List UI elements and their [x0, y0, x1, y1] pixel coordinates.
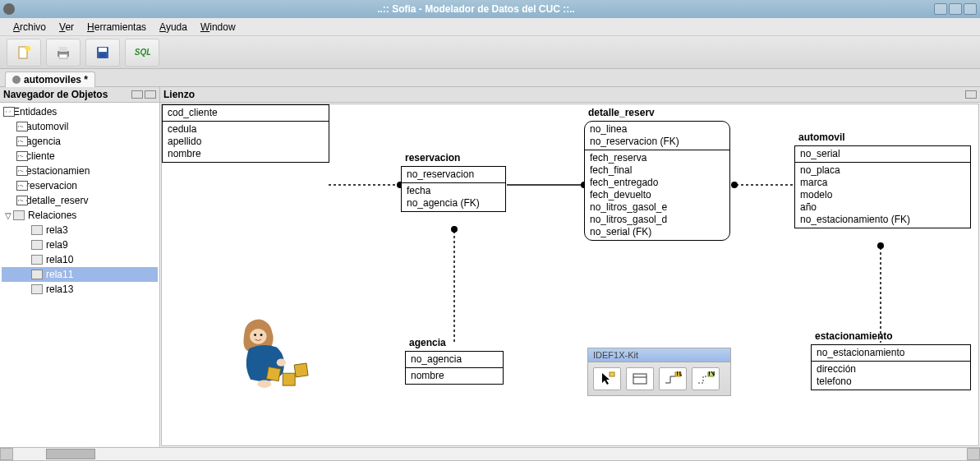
svg-point-20 [250, 329, 267, 344]
entity-automovil-title: automovil [798, 131, 845, 143]
tab-icon [12, 76, 21, 84]
menu-ver[interactable]: Ver [53, 20, 81, 35]
tree-relation-rela3[interactable]: rela3 [2, 223, 158, 237]
tree-entity-automovil[interactable]: ▷automovil [2, 119, 158, 134]
entity-automovil[interactable]: automovil no_serial no_placa marca model… [794, 145, 971, 228]
svg-point-18 [877, 242, 884, 249]
kit-relation-id-tool[interactable]: ID [659, 367, 687, 390]
titlebar: ..:: Sofia - Modelador de Datos del CUC … [0, 0, 980, 18]
svg-rect-29 [633, 374, 646, 384]
svg-rect-6 [99, 48, 107, 52]
entity-estacionamiento[interactable]: estacionamiento no_estacionamiento direc… [811, 344, 971, 390]
tab-automoviles[interactable]: automoviles * [5, 71, 95, 87]
window-title: ..:: Sofia - Modelador de Datos del CUC … [20, 3, 932, 15]
kit-select-tool[interactable] [593, 367, 621, 390]
kit-title: IDEF1X-Kit [588, 348, 730, 362]
tree-entity-agencia[interactable]: ▷agencia [2, 134, 158, 149]
entity-detalle-reserv-title: detalle_reserv [588, 107, 655, 118]
svg-rect-3 [59, 47, 67, 52]
close-button[interactable] [964, 3, 977, 15]
kit-entity-tool[interactable] [626, 367, 654, 390]
tree-entity-estacionamien[interactable]: ▷estacionamien [2, 164, 158, 178]
entity-reservacion-title: reservacion [405, 152, 460, 164]
svg-rect-4 [59, 54, 67, 58]
scroll-right-arrow[interactable] [967, 448, 980, 460]
tree-relation-rela11[interactable]: rela11 [2, 267, 158, 282]
entity-agencia[interactable]: agencia no_agencia nombre [405, 351, 504, 385]
sidebar-title: Navegador de Objetos [0, 87, 159, 103]
tree-relation-rela13[interactable]: rela13 [2, 282, 158, 297]
idef1x-kit-palette[interactable]: IDEF1X-Kit ID NID [587, 348, 731, 396]
print-button[interactable] [48, 41, 78, 64]
tree-relation-rela10[interactable]: rela10 [2, 252, 158, 267]
svg-rect-23 [266, 366, 280, 380]
menubar: Archivo Ver Herramientas Ayuda Window [0, 18, 980, 36]
entity-cliente[interactable]: cliente cod_cliente cedula apellido nomb… [162, 104, 329, 163]
minimize-button[interactable] [934, 3, 947, 15]
canvas-expand-icon[interactable] [965, 90, 977, 99]
kit-relation-nid-tool[interactable]: NID [692, 367, 720, 390]
entity-agencia-title: agencia [409, 337, 446, 348]
tree-relation-rela9[interactable]: rela9 [2, 237, 158, 252]
svg-point-22 [260, 334, 263, 336]
canvas-title: Lienzo [163, 89, 195, 100]
horizontal-scrollbar[interactable] [0, 447, 980, 460]
save-button[interactable] [88, 41, 117, 64]
new-file-button[interactable] [9, 41, 39, 64]
canvas[interactable]: cliente cod_cliente cedula apellido nomb… [161, 104, 979, 446]
menu-ayuda[interactable]: Ayuda [153, 20, 194, 35]
menu-window[interactable]: Window [194, 20, 242, 35]
entity-reservacion[interactable]: reservacion no_reservacion fecha no_agen… [401, 166, 506, 212]
sidebar: Navegador de Objetos ▽Entidades ▷automov… [0, 87, 160, 447]
canvas-title-bar: Lienzo [160, 87, 980, 103]
svg-text:ID: ID [676, 371, 682, 378]
mascot-illustration [228, 308, 320, 397]
app-icon [3, 3, 15, 15]
menu-archivo[interactable]: Archivo [7, 20, 53, 35]
toolbar: SQL [0, 36, 980, 69]
svg-rect-28 [610, 372, 614, 376]
svg-point-26 [257, 380, 271, 388]
svg-rect-7 [99, 53, 106, 58]
tab-label: automoviles * [24, 74, 88, 85]
tree-entity-reservacion[interactable]: ▷reservacion [2, 178, 158, 193]
tree-node-entidades[interactable]: ▽Entidades [2, 104, 158, 119]
tree-entity-cliente[interactable]: ▷cliente [2, 149, 158, 164]
svg-point-14 [731, 182, 738, 188]
tree-entity-detalle_reserv[interactable]: ▷detalle_reserv [2, 193, 158, 208]
scroll-left-arrow[interactable] [0, 448, 13, 460]
svg-point-27 [277, 358, 286, 366]
svg-rect-25 [294, 363, 308, 377]
svg-point-1 [25, 46, 30, 51]
svg-point-21 [254, 334, 256, 336]
tabbar: automoviles * [0, 69, 980, 87]
tree-node-relaciones[interactable]: ▽Relaciones [2, 208, 158, 223]
panel-expand-icon[interactable] [131, 90, 143, 99]
entity-estacionamiento-title: estacionamiento [815, 330, 893, 342]
svg-rect-24 [283, 373, 295, 385]
svg-point-16 [451, 226, 458, 233]
panel-close-icon[interactable] [145, 90, 156, 99]
sql-button[interactable]: SQL [127, 41, 157, 64]
maximize-button[interactable] [949, 3, 962, 15]
svg-text:NID: NID [708, 371, 715, 378]
svg-text:SQL: SQL [135, 48, 150, 57]
object-tree: ▽Entidades ▷automovil▷agencia▷cliente▷es… [0, 103, 159, 447]
menu-herramientas[interactable]: Herramientas [81, 20, 153, 35]
scroll-thumb[interactable] [46, 449, 95, 459]
entity-detalle-reserv[interactable]: detalle_reserv no_linea no_reservacion (… [584, 121, 730, 241]
